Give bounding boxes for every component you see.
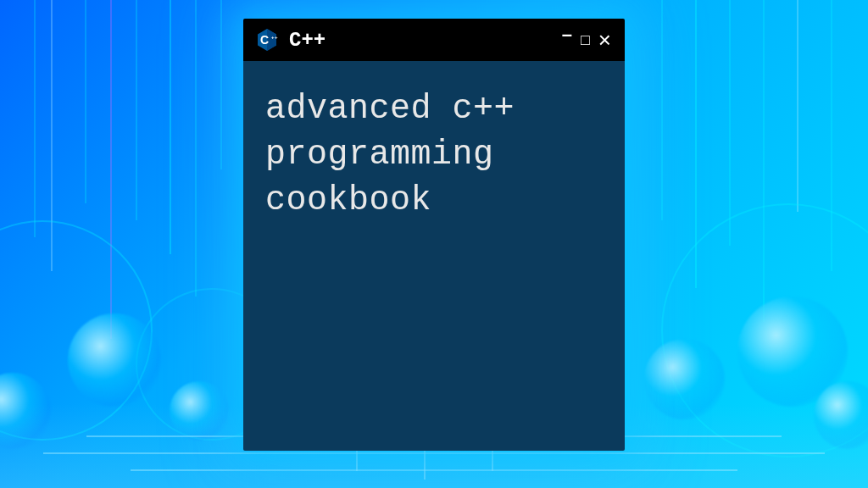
window-body: advanced c++ programming cookbook bbox=[243, 61, 625, 451]
cpp-icon: C + + bbox=[255, 28, 279, 52]
minimize-button[interactable]: – bbox=[560, 25, 574, 44]
terminal-window: C + + C++ – □ × advanced c++ programming… bbox=[243, 19, 625, 451]
maximize-button[interactable]: □ bbox=[579, 32, 592, 47]
svg-text:C: C bbox=[260, 33, 269, 47]
window-controls: – □ × bbox=[560, 29, 613, 51]
svg-text:+: + bbox=[275, 35, 278, 40]
close-button[interactable]: × bbox=[597, 29, 613, 51]
window-title: C++ bbox=[289, 29, 550, 52]
content-text: advanced c++ programming cookbook bbox=[265, 86, 603, 224]
window-titlebar[interactable]: C + + C++ – □ × bbox=[243, 19, 625, 61]
